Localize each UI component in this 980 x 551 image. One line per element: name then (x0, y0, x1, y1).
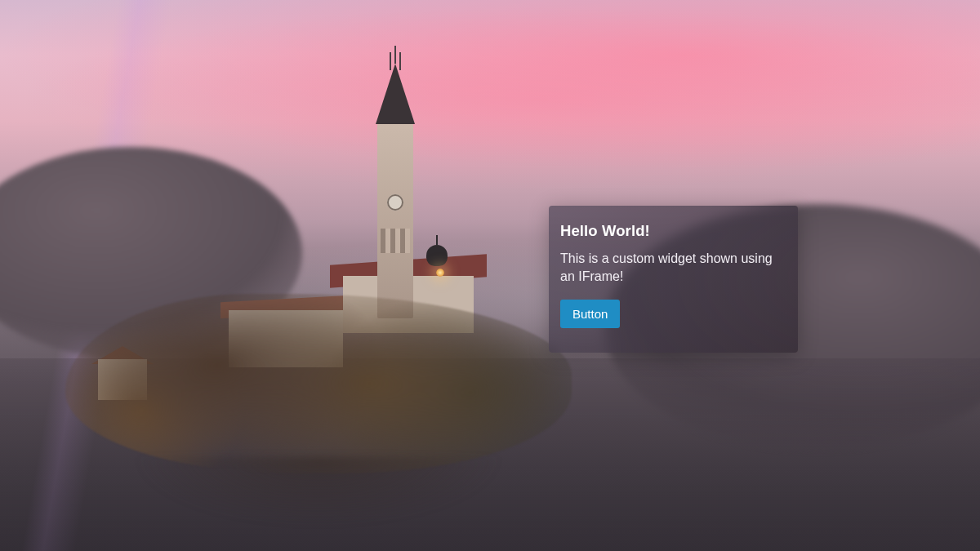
background-island (65, 294, 572, 473)
background-lamp-glow (436, 269, 444, 277)
widget-button[interactable]: Button (560, 300, 620, 328)
background-island-reflection (65, 457, 572, 551)
background-belfry (381, 229, 410, 253)
widget-body: This is a custom widget shown using an I… (560, 250, 786, 285)
background-church-dome (426, 245, 448, 266)
iframe-widget-card: Hello World! This is a custom widget sho… (549, 206, 798, 353)
widget-title: Hello World! (560, 222, 786, 240)
background-church-tower (377, 122, 413, 318)
background-tower-clock (387, 194, 403, 211)
